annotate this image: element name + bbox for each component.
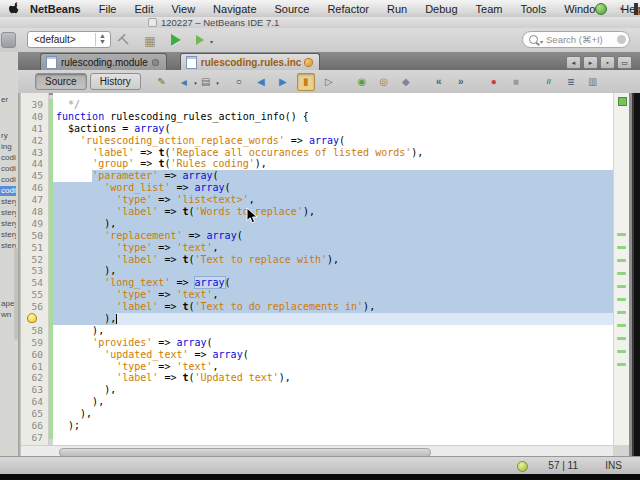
text-caret bbox=[116, 314, 117, 324]
menu-edit[interactable]: Edit bbox=[125, 3, 162, 15]
menu-debug[interactable]: Debug bbox=[416, 3, 466, 15]
line-number-62: 62 bbox=[21, 372, 48, 384]
previous-bookmark-icon[interactable] bbox=[354, 74, 370, 90]
tab-nav-buttons: ◂ ▸ ▪ ▭ bbox=[566, 56, 632, 69]
configuration-select[interactable]: <default> ▲▼ bbox=[27, 31, 111, 48]
error-stripe-mark[interactable] bbox=[617, 311, 626, 314]
menu-run[interactable]: Run bbox=[378, 3, 416, 15]
menu-view[interactable]: View bbox=[162, 3, 204, 15]
apple-menu-icon[interactable] bbox=[9, 2, 20, 15]
stop-macro-recording-icon[interactable] bbox=[508, 74, 524, 90]
clean-and-build-button[interactable] bbox=[141, 31, 159, 49]
navigator-item-ing[interactable]: ing bbox=[0, 142, 16, 152]
sync-icon[interactable] bbox=[595, 3, 607, 15]
insert-code-icon[interactable] bbox=[585, 74, 601, 90]
token: 'provides' bbox=[92, 337, 152, 348]
error-stripe-mark[interactable] bbox=[617, 259, 626, 262]
navigator-item-stery_[interactable]: stery_ bbox=[0, 197, 16, 207]
clock-icon[interactable] bbox=[614, 2, 627, 15]
line-number-44: 44 bbox=[21, 158, 48, 170]
undock-icon[interactable] bbox=[1, 32, 16, 48]
last-edited-icon[interactable] bbox=[154, 74, 170, 90]
line-number-53: 53 bbox=[21, 265, 48, 277]
token: 'group' bbox=[92, 158, 134, 169]
displays-icon[interactable] bbox=[575, 2, 588, 15]
uncomment-icon[interactable] bbox=[563, 74, 579, 90]
token: ), bbox=[56, 265, 116, 276]
collapsed-navigator-panel[interactable]: erryingcodincodincodincodinstery_stery_s… bbox=[0, 52, 18, 456]
navigator-item-ry[interactable]: ry bbox=[0, 131, 16, 141]
next-bookmark-icon[interactable] bbox=[376, 74, 392, 90]
shift-line-left-icon[interactable] bbox=[431, 74, 447, 90]
code-text: ); bbox=[53, 420, 80, 431]
menu-refactor[interactable]: Refactor bbox=[318, 3, 378, 15]
error-stripe-mark[interactable] bbox=[617, 272, 626, 275]
navigator-item-stery_[interactable]: stery_ bbox=[0, 230, 16, 240]
line-number-55: 55 bbox=[21, 289, 48, 301]
tab-rulescoding.module[interactable]: rulescoding.module bbox=[40, 53, 167, 71]
incremental-search-icon[interactable] bbox=[321, 74, 337, 90]
navigator-item-codin[interactable]: codin bbox=[0, 186, 16, 196]
hint-lightbulb-icon[interactable] bbox=[27, 313, 37, 323]
token: ), bbox=[279, 372, 291, 383]
menu-netbeans[interactable]: NetBeans bbox=[30, 3, 90, 15]
token: */ bbox=[56, 99, 80, 110]
build-project-button[interactable] bbox=[116, 31, 134, 49]
menu-team[interactable]: Team bbox=[467, 3, 512, 15]
find-previous-occurrence-icon[interactable] bbox=[253, 74, 269, 90]
scroll-tabs-left-button[interactable]: ◂ bbox=[566, 56, 581, 69]
navigator-item-stery_[interactable]: stery_ bbox=[0, 219, 16, 229]
error-stripe-mark[interactable] bbox=[617, 337, 626, 340]
menu-tools[interactable]: Tools bbox=[511, 3, 555, 15]
toggle-highlight-search-icon[interactable] bbox=[297, 73, 315, 91]
menu-navigate[interactable]: Navigate bbox=[204, 3, 265, 15]
code-editor[interactable]: */function rulescoding_rules_action_info… bbox=[53, 93, 613, 445]
navigator-item-codin[interactable]: codin bbox=[0, 164, 16, 174]
error-stripe-mark[interactable] bbox=[617, 298, 626, 301]
shift-line-right-icon[interactable] bbox=[453, 74, 469, 90]
code-line-61: 'type' => 'text', bbox=[53, 361, 613, 373]
find-next-occurrence-icon[interactable] bbox=[275, 74, 291, 90]
run-project-button[interactable] bbox=[167, 31, 185, 49]
navigator-item-er[interactable]: er bbox=[0, 95, 16, 105]
line-number-67: 67 bbox=[21, 432, 48, 444]
source-label: Source bbox=[45, 76, 77, 87]
clear-search-icon[interactable] bbox=[617, 35, 626, 44]
comment-icon[interactable] bbox=[541, 74, 557, 90]
back-icon[interactable]: ▾ bbox=[176, 74, 192, 90]
find-selection-icon[interactable] bbox=[231, 74, 247, 90]
history-view-button[interactable]: History bbox=[90, 73, 141, 90]
error-stripe-mark[interactable] bbox=[617, 350, 626, 353]
views-grid-icon[interactable]: ▾ bbox=[198, 74, 214, 90]
maximize-editor-button[interactable]: ▭ bbox=[617, 56, 632, 69]
token: $actions = bbox=[56, 123, 134, 134]
line-number-47: 47 bbox=[21, 194, 48, 206]
error-stripe-mark[interactable] bbox=[617, 363, 626, 366]
menu-file[interactable]: File bbox=[90, 3, 126, 15]
quick-search-input[interactable]: ▾ Search (⌘+I) bbox=[522, 31, 630, 48]
source-view-button[interactable]: Source bbox=[35, 73, 87, 90]
token: array bbox=[176, 337, 206, 348]
menu-source[interactable]: Source bbox=[266, 3, 319, 15]
error-stripe-mark[interactable] bbox=[617, 285, 626, 288]
token: ), bbox=[56, 408, 92, 419]
tab-rulescoding.rules.inc[interactable]: rulescoding.rules.inc bbox=[180, 53, 321, 71]
tab-close-icon[interactable] bbox=[152, 59, 159, 66]
editor-hint-icon[interactable] bbox=[517, 461, 528, 472]
error-stripe-mark[interactable] bbox=[617, 324, 626, 327]
error-stripe-mark[interactable] bbox=[617, 233, 626, 236]
token: 'type' bbox=[116, 194, 152, 205]
navigator-item-codin[interactable]: codin bbox=[0, 153, 16, 163]
scroll-tabs-right-button[interactable]: ▸ bbox=[583, 56, 598, 69]
start-macro-recording-icon[interactable] bbox=[486, 74, 502, 90]
error-stripe[interactable] bbox=[613, 93, 630, 445]
debug-project-button[interactable]: ▾ bbox=[191, 31, 209, 49]
tab-list-button[interactable]: ▪ bbox=[600, 56, 615, 69]
navigator-item-codin[interactable]: codin bbox=[0, 175, 16, 185]
navigator-item-stery_[interactable]: stery_ bbox=[0, 208, 16, 218]
error-stripe-mark[interactable] bbox=[617, 246, 626, 249]
token: ), bbox=[56, 384, 116, 395]
toggle-bookmark-icon[interactable] bbox=[398, 74, 414, 90]
tab-close-icon[interactable] bbox=[305, 59, 312, 66]
window-right-edge bbox=[629, 93, 640, 456]
